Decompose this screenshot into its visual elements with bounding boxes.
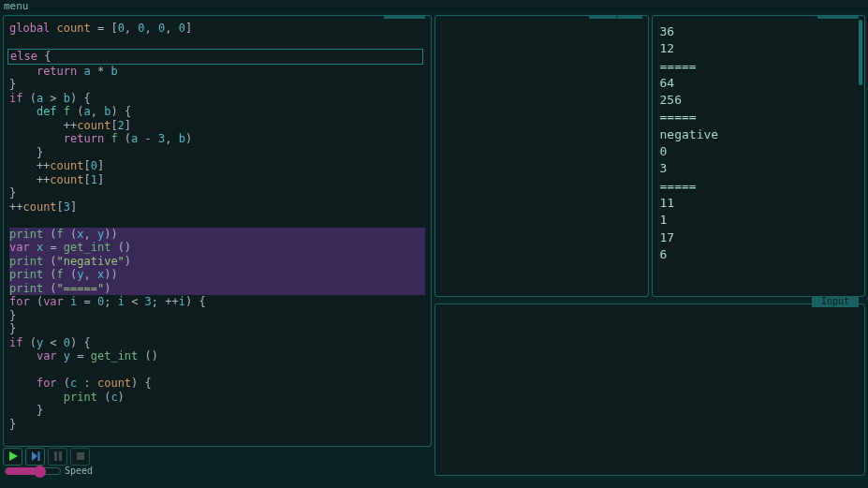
speed-knob[interactable] [34, 466, 46, 478]
selected-line-marker[interactable]: else { [7, 49, 423, 65]
svg-rect-3 [77, 452, 84, 460]
code-line[interactable]: var y = get_int () [9, 349, 425, 363]
workspace: Code global count = [0, 0, 0, 0] else { … [0, 13, 868, 476]
code-line[interactable]: } [9, 78, 425, 92]
code-line[interactable] [9, 36, 425, 50]
code-tab-label: Code [384, 15, 425, 19]
svg-rect-0 [37, 451, 39, 461]
svg-rect-1 [54, 451, 57, 461]
code-line[interactable]: if (a > b) { [9, 92, 425, 106]
goal-line: negative [660, 126, 858, 143]
input-tab-label: Input [812, 296, 859, 307]
speed-fill [6, 467, 37, 475]
code-line[interactable] [9, 214, 425, 228]
goal-line: 0 [660, 143, 858, 160]
pause-icon [52, 451, 64, 462]
goal-line: 1 [660, 212, 858, 229]
code-line[interactable]: print (f (x, y)) [9, 228, 425, 242]
goal-line: 17 [660, 229, 858, 246]
left-column: Code global count = [0, 0, 0, 0] else { … [3, 15, 432, 476]
goal-line: 256 [660, 92, 858, 109]
code-line[interactable]: } [9, 418, 425, 432]
code-line[interactable]: } [9, 309, 425, 323]
play-button[interactable] [3, 448, 22, 466]
code-line[interactable]: } [9, 146, 425, 160]
code-line[interactable]: def f (a, b) { [9, 105, 425, 119]
code-line[interactable]: for (c : count) { [9, 377, 425, 391]
code-line[interactable]: return a * b [9, 65, 425, 79]
goal-panel: Goal 3612=====64256=====negative03=====1… [652, 15, 866, 297]
code-line[interactable]: print (c) [9, 391, 425, 405]
code-line[interactable]: for (var i = 0; i < 3; ++i) { [9, 295, 425, 309]
menu-bar: menu [0, 0, 868, 13]
code-line[interactable]: print ("=====") [9, 282, 425, 296]
code-line[interactable]: if (y < 0) { [9, 336, 425, 350]
code-line[interactable] [9, 363, 425, 377]
goal-scrollbar[interactable] [859, 20, 862, 85]
code-line[interactable]: } [9, 186, 425, 200]
stop-icon [75, 451, 86, 462]
stop-button[interactable] [70, 448, 90, 466]
code-line[interactable]: ++count[1] [9, 173, 425, 187]
speed-control: Speed [5, 466, 432, 476]
goal-line: 11 [660, 195, 858, 212]
code-line[interactable]: } [9, 322, 425, 336]
code-line[interactable]: ++count[0] [9, 159, 425, 173]
code-body[interactable]: global count = [0, 0, 0, 0] else { retur… [9, 22, 425, 431]
goal-line: ===== [660, 178, 858, 195]
output-goal-row: Output Goal 3612=====64256=====negative0… [434, 15, 865, 297]
output-tab-label: Output [589, 15, 641, 19]
speed-slider[interactable] [5, 467, 61, 475]
right-column: Output Goal 3612=====64256=====negative0… [434, 15, 865, 476]
goal-tab-label: Goal [817, 15, 859, 19]
goal-line: 6 [660, 246, 858, 263]
goal-body: 3612=====64256=====negative03=====111176 [660, 23, 858, 263]
code-line[interactable]: ++count[3] [9, 200, 425, 214]
code-line[interactable]: return f (a - 3, b) [9, 132, 425, 146]
step-icon [30, 451, 41, 462]
goal-line: 12 [660, 40, 858, 57]
code-line[interactable]: else { [9, 49, 425, 65]
controls-bar [3, 450, 432, 463]
goal-line: ===== [660, 109, 858, 126]
step-button[interactable] [25, 448, 45, 466]
goal-line: ===== [660, 58, 858, 75]
code-panel[interactable]: Code global count = [0, 0, 0, 0] else { … [3, 15, 432, 447]
code-line[interactable]: ++count[2] [9, 119, 425, 133]
menu-button[interactable]: menu [4, 0, 29, 12]
svg-rect-2 [59, 451, 62, 461]
code-line[interactable]: } [9, 404, 425, 418]
code-line[interactable]: print ("negative") [9, 255, 425, 269]
code-line[interactable]: print (f (y, x)) [9, 268, 425, 282]
code-line[interactable]: var x = get_int () [9, 241, 425, 255]
input-panel[interactable]: Input [434, 303, 865, 476]
play-icon [7, 451, 19, 462]
output-panel: Output [434, 15, 649, 297]
goal-line: 64 [660, 75, 858, 92]
goal-line: 3 [660, 160, 858, 177]
goal-line: 36 [660, 23, 858, 40]
pause-button[interactable] [48, 448, 67, 466]
speed-label: Speed [65, 466, 93, 476]
code-line[interactable]: global count = [0, 0, 0, 0] [9, 22, 425, 36]
